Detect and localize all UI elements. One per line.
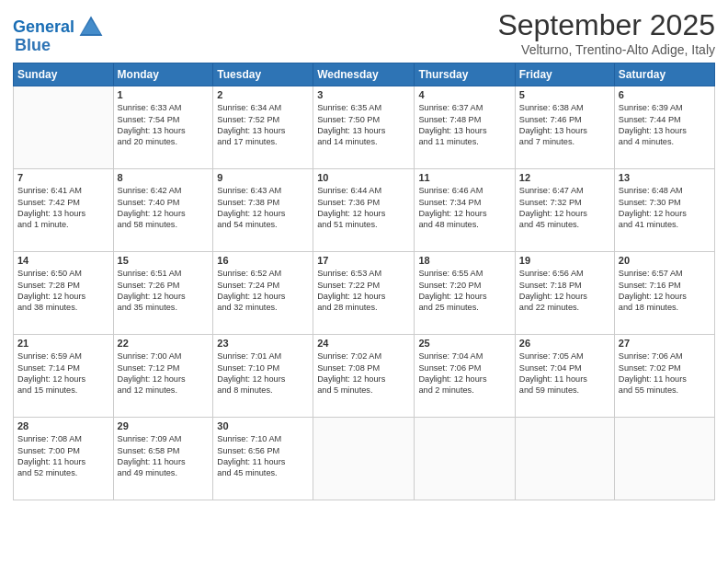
day-info: Sunrise: 6:59 AM Sunset: 7:14 PM Dayligh… xyxy=(17,350,109,396)
calendar-cell: 3Sunrise: 6:35 AM Sunset: 7:50 PM Daylig… xyxy=(313,86,415,169)
calendar-header-saturday: Saturday xyxy=(614,63,714,86)
day-number: 10 xyxy=(317,172,410,183)
calendar-header-thursday: Thursday xyxy=(415,63,515,86)
calendar-cell: 6Sunrise: 6:39 AM Sunset: 7:44 PM Daylig… xyxy=(614,86,714,169)
logo-text-blue: Blue xyxy=(15,37,51,55)
calendar-cell: 17Sunrise: 6:53 AM Sunset: 7:22 PM Dayli… xyxy=(313,252,415,335)
day-number: 9 xyxy=(217,172,309,183)
day-info: Sunrise: 6:43 AM Sunset: 7:38 PM Dayligh… xyxy=(217,185,309,231)
day-number: 8 xyxy=(118,172,210,183)
day-info: Sunrise: 6:38 AM Sunset: 7:46 PM Dayligh… xyxy=(519,102,610,148)
calendar-cell: 23Sunrise: 7:01 AM Sunset: 7:10 PM Dayli… xyxy=(213,335,313,418)
day-number: 15 xyxy=(118,255,210,266)
calendar-cell xyxy=(614,418,714,500)
day-number: 24 xyxy=(317,338,410,349)
day-number: 28 xyxy=(17,420,109,431)
day-info: Sunrise: 6:53 AM Sunset: 7:22 PM Dayligh… xyxy=(317,268,410,314)
day-info: Sunrise: 7:04 AM Sunset: 7:06 PM Dayligh… xyxy=(418,350,510,396)
day-info: Sunrise: 6:34 AM Sunset: 7:52 PM Dayligh… xyxy=(217,102,309,148)
day-number: 11 xyxy=(418,172,510,183)
calendar-cell: 11Sunrise: 6:46 AM Sunset: 7:34 PM Dayli… xyxy=(415,169,515,252)
day-number: 5 xyxy=(519,89,610,100)
day-number: 14 xyxy=(17,255,109,266)
day-info: Sunrise: 6:41 AM Sunset: 7:42 PM Dayligh… xyxy=(17,185,109,231)
title-block: September 2025 Velturno, Trentino-Alto A… xyxy=(497,9,715,57)
day-number: 18 xyxy=(418,255,510,266)
day-info: Sunrise: 6:44 AM Sunset: 7:36 PM Dayligh… xyxy=(317,185,410,231)
day-info: Sunrise: 6:57 AM Sunset: 7:16 PM Dayligh… xyxy=(619,268,711,314)
calendar-cell: 18Sunrise: 6:55 AM Sunset: 7:20 PM Dayli… xyxy=(415,252,515,335)
calendar-header-row: SundayMondayTuesdayWednesdayThursdayFrid… xyxy=(14,63,715,86)
day-info: Sunrise: 6:48 AM Sunset: 7:30 PM Dayligh… xyxy=(619,185,711,231)
day-info: Sunrise: 6:33 AM Sunset: 7:54 PM Dayligh… xyxy=(118,102,210,148)
calendar-cell: 25Sunrise: 7:04 AM Sunset: 7:06 PM Dayli… xyxy=(415,335,515,418)
calendar-header-tuesday: Tuesday xyxy=(213,63,313,86)
calendar-cell: 1Sunrise: 6:33 AM Sunset: 7:54 PM Daylig… xyxy=(113,86,213,169)
day-number: 13 xyxy=(619,172,711,183)
day-info: Sunrise: 7:01 AM Sunset: 7:10 PM Dayligh… xyxy=(217,350,309,396)
subtitle: Velturno, Trentino-Alto Adige, Italy xyxy=(497,42,715,57)
day-number: 7 xyxy=(17,172,109,183)
calendar-cell: 5Sunrise: 6:38 AM Sunset: 7:46 PM Daylig… xyxy=(515,86,614,169)
day-info: Sunrise: 6:55 AM Sunset: 7:20 PM Dayligh… xyxy=(418,268,510,314)
day-number: 29 xyxy=(118,420,210,431)
page: General Blue September 2025 Velturno, Tr… xyxy=(0,0,728,563)
calendar-cell: 4Sunrise: 6:37 AM Sunset: 7:48 PM Daylig… xyxy=(415,86,515,169)
day-info: Sunrise: 6:51 AM Sunset: 7:26 PM Dayligh… xyxy=(118,268,210,314)
calendar-week-row-4: 21Sunrise: 6:59 AM Sunset: 7:14 PM Dayli… xyxy=(14,335,715,418)
calendar-cell: 29Sunrise: 7:09 AM Sunset: 6:58 PM Dayli… xyxy=(113,418,213,500)
day-number: 3 xyxy=(317,89,410,100)
day-number: 4 xyxy=(418,89,510,100)
day-number: 23 xyxy=(217,338,309,349)
day-number: 2 xyxy=(217,89,309,100)
calendar-cell xyxy=(515,418,614,500)
calendar-cell: 27Sunrise: 7:06 AM Sunset: 7:02 PM Dayli… xyxy=(614,335,714,418)
calendar-week-row-1: 1Sunrise: 6:33 AM Sunset: 7:54 PM Daylig… xyxy=(14,86,715,169)
day-number: 30 xyxy=(217,420,309,431)
calendar-week-row-3: 14Sunrise: 6:50 AM Sunset: 7:28 PM Dayli… xyxy=(14,252,715,335)
day-number: 12 xyxy=(519,172,610,183)
day-info: Sunrise: 7:09 AM Sunset: 6:58 PM Dayligh… xyxy=(118,433,210,479)
day-number: 27 xyxy=(619,338,711,349)
calendar-cell xyxy=(313,418,415,500)
day-info: Sunrise: 7:08 AM Sunset: 7:00 PM Dayligh… xyxy=(17,433,109,479)
calendar-header-monday: Monday xyxy=(113,63,213,86)
day-info: Sunrise: 7:06 AM Sunset: 7:02 PM Dayligh… xyxy=(619,350,711,396)
day-info: Sunrise: 7:05 AM Sunset: 7:04 PM Dayligh… xyxy=(519,350,610,396)
day-number: 22 xyxy=(118,338,210,349)
calendar-cell xyxy=(415,418,515,500)
calendar-cell: 12Sunrise: 6:47 AM Sunset: 7:32 PM Dayli… xyxy=(515,169,614,252)
day-info: Sunrise: 6:50 AM Sunset: 7:28 PM Dayligh… xyxy=(17,268,109,314)
day-info: Sunrise: 6:39 AM Sunset: 7:44 PM Dayligh… xyxy=(619,102,711,148)
calendar-cell: 10Sunrise: 6:44 AM Sunset: 7:36 PM Dayli… xyxy=(313,169,415,252)
header: General Blue September 2025 Velturno, Tr… xyxy=(13,9,715,57)
svg-marker-1 xyxy=(81,19,100,34)
logo-icon xyxy=(76,13,106,42)
day-number: 21 xyxy=(17,338,109,349)
calendar-cell xyxy=(14,86,114,169)
logo: General Blue xyxy=(13,13,106,55)
day-number: 6 xyxy=(619,89,711,100)
day-info: Sunrise: 6:35 AM Sunset: 7:50 PM Dayligh… xyxy=(317,102,410,148)
calendar-cell: 7Sunrise: 6:41 AM Sunset: 7:42 PM Daylig… xyxy=(14,169,114,252)
day-number: 26 xyxy=(519,338,610,349)
day-number: 16 xyxy=(217,255,309,266)
calendar-table: SundayMondayTuesdayWednesdayThursdayFrid… xyxy=(13,63,715,500)
calendar-cell: 24Sunrise: 7:02 AM Sunset: 7:08 PM Dayli… xyxy=(313,335,415,418)
calendar-cell: 28Sunrise: 7:08 AM Sunset: 7:00 PM Dayli… xyxy=(14,418,114,500)
calendar-cell: 22Sunrise: 7:00 AM Sunset: 7:12 PM Dayli… xyxy=(113,335,213,418)
day-info: Sunrise: 6:56 AM Sunset: 7:18 PM Dayligh… xyxy=(519,268,610,314)
calendar-cell: 26Sunrise: 7:05 AM Sunset: 7:04 PM Dayli… xyxy=(515,335,614,418)
calendar-cell: 9Sunrise: 6:43 AM Sunset: 7:38 PM Daylig… xyxy=(213,169,313,252)
day-info: Sunrise: 7:10 AM Sunset: 6:56 PM Dayligh… xyxy=(217,433,309,479)
calendar-cell: 19Sunrise: 6:56 AM Sunset: 7:18 PM Dayli… xyxy=(515,252,614,335)
day-number: 25 xyxy=(418,338,510,349)
calendar-cell: 21Sunrise: 6:59 AM Sunset: 7:14 PM Dayli… xyxy=(14,335,114,418)
day-info: Sunrise: 6:37 AM Sunset: 7:48 PM Dayligh… xyxy=(418,102,510,148)
calendar-cell: 14Sunrise: 6:50 AM Sunset: 7:28 PM Dayli… xyxy=(14,252,114,335)
day-number: 20 xyxy=(619,255,711,266)
day-number: 17 xyxy=(317,255,410,266)
day-info: Sunrise: 6:47 AM Sunset: 7:32 PM Dayligh… xyxy=(519,185,610,231)
day-info: Sunrise: 7:02 AM Sunset: 7:08 PM Dayligh… xyxy=(317,350,410,396)
calendar-cell: 16Sunrise: 6:52 AM Sunset: 7:24 PM Dayli… xyxy=(213,252,313,335)
